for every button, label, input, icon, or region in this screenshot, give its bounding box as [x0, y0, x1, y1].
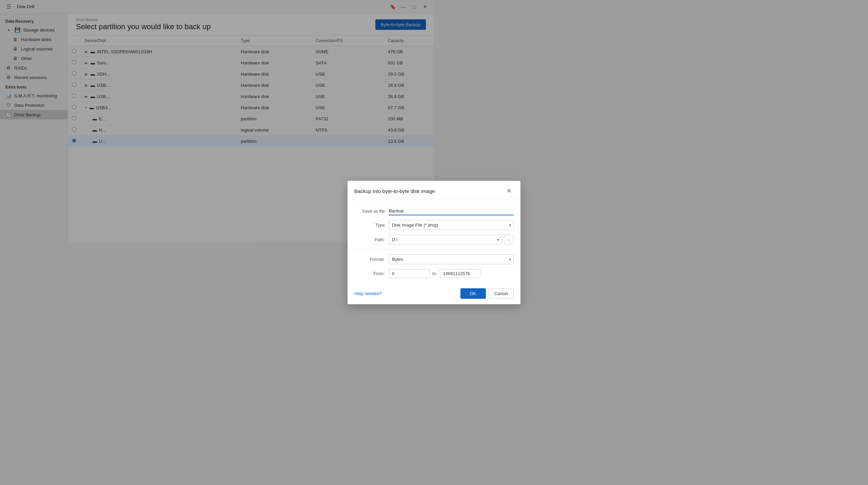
path-input-wrap: ▾: [389, 235, 434, 242]
save-as-file-wrap: [389, 207, 434, 215]
dialog-title: Backup into byte-to-byte disk image: [354, 188, 434, 194]
backup-dialog: Backup into byte-to-byte disk image ✕ Sa…: [348, 181, 434, 242]
path-row: Path: ▾ ···: [354, 235, 434, 242]
dialog-header: Backup into byte-to-byte disk image ✕: [348, 181, 434, 200]
type-select[interactable]: Disk Image File (*.dmg) Disk Image File …: [389, 220, 434, 230]
path-input[interactable]: [389, 235, 434, 242]
save-as-file-row: Save as file: [354, 207, 434, 215]
path-wrap: ▾ ···: [389, 235, 434, 242]
path-label: Path:: [354, 237, 385, 242]
save-as-file-label: Save as file: [354, 209, 385, 214]
type-label: Type: [354, 222, 385, 228]
modal-overlay: Backup into byte-to-byte disk image ✕ Sa…: [0, 0, 434, 242]
save-as-file-input[interactable]: [389, 207, 434, 215]
type-row: Type Disk Image File (*.dmg) Disk Image …: [354, 220, 434, 230]
dialog-body: Save as file Type Disk Image File (*.dmg…: [348, 200, 434, 242]
type-select-wrap: Disk Image File (*.dmg) Disk Image File …: [389, 220, 434, 230]
